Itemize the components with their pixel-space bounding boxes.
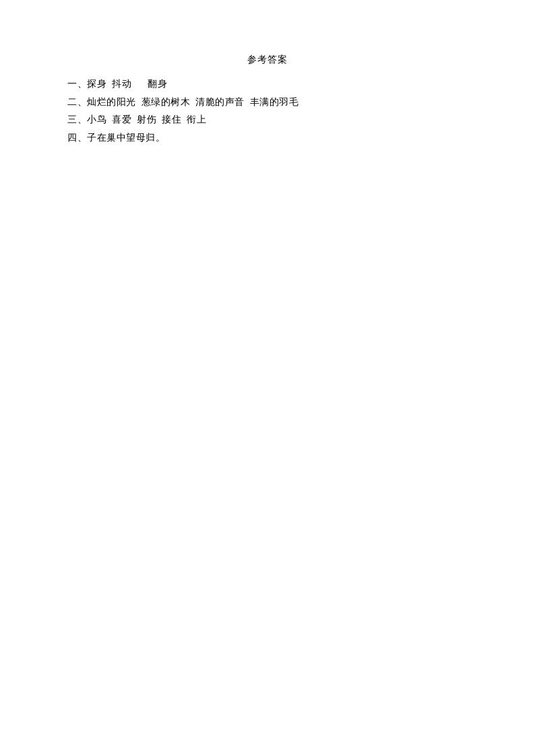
page-title: 参考答案 bbox=[67, 54, 468, 66]
line-4: 四、子在巢中望母归。 bbox=[67, 129, 468, 147]
line-1: 一、探身 抖动 翻身 bbox=[67, 75, 468, 94]
line-2: 二、灿烂的阳光 葱绿的树木 清脆的声音 丰满的羽毛 bbox=[67, 94, 468, 112]
line-3: 三、小鸟 喜爱 射伤 接住 衔上 bbox=[67, 111, 468, 129]
content-area: 一、探身 抖动 翻身 二、灿烂的阳光 葱绿的树木 清脆的声音 丰满的羽毛 三、小… bbox=[67, 75, 468, 147]
page: 参考答案 一、探身 抖动 翻身 二、灿烂的阳光 葱绿的树木 清脆的声音 丰满的羽… bbox=[0, 0, 535, 756]
